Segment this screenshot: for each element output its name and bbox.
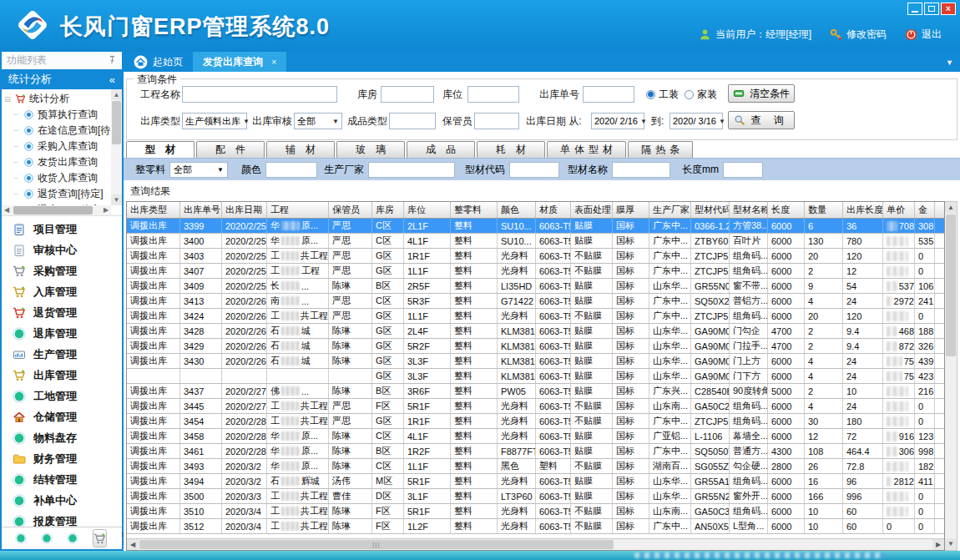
table-row[interactable]: 调拨出库34612020/2/28华原...陈琳B区1R2F整料F8877FT6…: [127, 444, 944, 459]
sidebar-item[interactable]: 退货管理: [2, 302, 122, 323]
scroll-right-icon[interactable]: ▶: [932, 539, 944, 550]
profile-name-input[interactable]: [612, 162, 670, 178]
tab-list-caret-icon[interactable]: ▼: [946, 58, 953, 67]
scroll-thumb[interactable]: [946, 214, 956, 356]
material-tab[interactable]: 单体型材: [547, 141, 626, 158]
vendor-input[interactable]: [368, 162, 455, 178]
column-header[interactable]: 长度: [768, 202, 805, 218]
column-header[interactable]: 出库类型: [127, 202, 180, 218]
table-row[interactable]: 调拨出库34002020/2/25华原...严思C区4L1F整料SU10...6…: [127, 234, 944, 249]
sidebar-section-statistics[interactable]: 统计分析 «: [2, 69, 122, 89]
column-header[interactable]: 型材名称: [730, 202, 768, 218]
scroll-up-icon[interactable]: ▲: [111, 89, 122, 100]
tab-active[interactable]: 发货出库查询 ×: [193, 52, 286, 72]
pin-icon[interactable]: [108, 55, 117, 67]
scroll-right-icon[interactable]: ▶: [101, 205, 111, 215]
column-header[interactable]: 库位: [404, 202, 451, 218]
sidebar-item[interactable]: 入库管理: [2, 281, 122, 302]
scroll-left-icon[interactable]: ◀: [2, 205, 12, 215]
column-header[interactable]: 膜厚: [613, 202, 649, 218]
tree-item[interactable]: ┈ 发货出库查询: [3, 154, 110, 170]
scroll-up-icon[interactable]: ▲: [945, 202, 957, 214]
material-tab[interactable]: 成品: [407, 141, 475, 158]
out-type-select[interactable]: 生产领料出库▼: [182, 113, 247, 129]
change-password-button[interactable]: 修改密码: [830, 28, 887, 42]
table-row[interactable]: 调拨出库34072020/2/25工工程严思G区1L1F整料光身料6063-T5…: [127, 264, 944, 279]
sidebar-item[interactable]: 工地管理: [2, 386, 122, 406]
logout-button[interactable]: 退出: [905, 28, 942, 42]
sidebar-item[interactable]: 补单中心: [2, 490, 122, 511]
sidebar-item[interactable]: 结转管理: [2, 469, 122, 490]
dot-green-icon[interactable]: [41, 532, 53, 544]
sidebar-item[interactable]: 财务管理: [2, 448, 122, 469]
table-row[interactable]: 调拨出库34092020/2/25长...陈琳B区2R5F整料LI35HD606…: [127, 279, 944, 294]
column-header[interactable]: 材质: [536, 202, 571, 218]
tab-home[interactable]: 起始页: [124, 52, 193, 72]
material-tab[interactable]: 耗材: [477, 141, 545, 158]
table-vertical-scrollbar[interactable]: ▲ ▼: [945, 201, 957, 551]
table-row[interactable]: 调拨出库34242020/2/26工共工程严思G区1L1F整料光身料6063-T…: [127, 309, 944, 324]
sidebar-item[interactable]: 审核中心: [2, 240, 122, 260]
warehouse-input[interactable]: [381, 86, 434, 103]
profile-code-input[interactable]: [509, 162, 559, 178]
column-header[interactable]: 工程: [267, 202, 329, 218]
column-header[interactable]: 型材代码: [691, 202, 730, 218]
tree-expander-icon[interactable]: ⊟: [3, 95, 12, 103]
tree-item[interactable]: ┈ 退货查询[待定]: [3, 186, 110, 202]
project-name-input[interactable]: [182, 86, 337, 103]
audit-select[interactable]: 全部▼: [294, 113, 342, 129]
table-row[interactable]: 调拨出库34132020/2/26南...严思C区5R3F整料G71422606…: [127, 294, 944, 309]
cart-button[interactable]: [93, 529, 107, 547]
table-row[interactable]: 调拨出库34372020/2/27佛...陈琳B区3R6F整料PW056063-…: [127, 384, 944, 399]
color-input[interactable]: [265, 162, 317, 178]
sidebar-item[interactable]: 物料盘存: [2, 427, 122, 448]
table-row[interactable]: 调拨出库34942020/3/2石辉城汤伟M区5R1F整料光身料6063-T5贴…: [127, 474, 944, 489]
column-header[interactable]: 数量: [805, 202, 843, 218]
tree-item[interactable]: ┈ 采购入库查询: [3, 139, 110, 154]
tree-vertical-scrollbar[interactable]: ▲ ▼: [111, 89, 122, 205]
table-row[interactable]: 调拨出库34282020/2/26石城陈琳G区2L4F整料KLM38176063…: [127, 324, 944, 339]
sidebar-item[interactable]: 生产管理: [2, 344, 122, 365]
tree-root-statistics[interactable]: ⊟ 统计分析: [3, 91, 110, 107]
sidebar-item[interactable]: 出库管理: [2, 365, 122, 386]
scroll-thumb[interactable]: [112, 101, 121, 144]
material-tab[interactable]: 配件: [196, 141, 265, 158]
scroll-down-icon[interactable]: ▼: [111, 194, 122, 205]
table-row[interactable]: 调拨出库35002020/3/3工共工程曹佳D区3L1F整料LT3P606063…: [127, 489, 944, 504]
tree-horizontal-scrollbar[interactable]: ◀ ▶: [2, 205, 111, 215]
scroll-thumb[interactable]: |||: [139, 540, 614, 549]
tree-item[interactable]: ┈ 收货入库查询: [3, 170, 110, 186]
tree-item[interactable]: ┈ 在途信息查询[待: [3, 123, 110, 139]
table-row[interactable]: 调拨出库34292020/2/26石城陈琳G区5R2F整料KLM38176063…: [127, 339, 944, 354]
sidebar-item[interactable]: 报废管理: [2, 511, 122, 527]
material-tab[interactable]: 型材: [126, 141, 195, 158]
table-row[interactable]: 调拨出库34302020/2/26石城陈琳G区3L3F整料KLM38176063…: [127, 354, 944, 369]
column-header[interactable]: 保管员: [329, 202, 372, 218]
scroll-left-icon[interactable]: ◀: [127, 539, 139, 550]
location-input[interactable]: [467, 86, 519, 103]
column-header[interactable]: 颜色: [498, 202, 536, 218]
column-header[interactable]: 出库单号: [180, 202, 222, 218]
sidebar-item[interactable]: 项目管理: [2, 219, 122, 240]
column-header[interactable]: 整零料: [451, 202, 498, 218]
table-row[interactable]: 调拨出库34582020/2/28华原...陈琳C区4L1F整料光身料6063-…: [127, 429, 944, 444]
table-row[interactable]: 调拨出库33992020/2/25华原...严思C区2L1F整料SU10...6…: [127, 219, 944, 234]
date-to-picker[interactable]: 2020/ 3/16▼: [669, 113, 723, 129]
keeper-input[interactable]: [474, 113, 519, 129]
whole-select[interactable]: 全部▼: [169, 162, 228, 178]
dot-green-icon[interactable]: [15, 532, 27, 544]
table-row[interactable]: 调拨出库35102020/3/4工共工程陈琳F区5R1F整料光身料6063-T5…: [127, 504, 944, 519]
tree-item[interactable]: ┈ 预算执行查询: [3, 107, 110, 123]
maximize-button[interactable]: [924, 3, 939, 15]
material-tab[interactable]: 隔热条: [628, 141, 693, 158]
column-header[interactable]: 库房: [372, 202, 404, 218]
column-header[interactable]: 出库日期: [222, 202, 267, 218]
sidebar-item[interactable]: 采购管理: [2, 260, 122, 281]
material-tab[interactable]: 玻璃: [336, 141, 405, 158]
sidebar-item[interactable]: 仓储管理: [2, 406, 122, 427]
table-row[interactable]: 调拨出库34032020/2/25工共工程严思G区1R1F整料光身料6063-T…: [127, 249, 944, 264]
column-header[interactable]: 出库长度: [843, 202, 883, 218]
date-from-picker[interactable]: 2020/ 2/16▼: [591, 113, 644, 129]
radio-gongzhuang[interactable]: 工装: [646, 86, 679, 103]
close-tab-icon[interactable]: ×: [271, 57, 276, 67]
